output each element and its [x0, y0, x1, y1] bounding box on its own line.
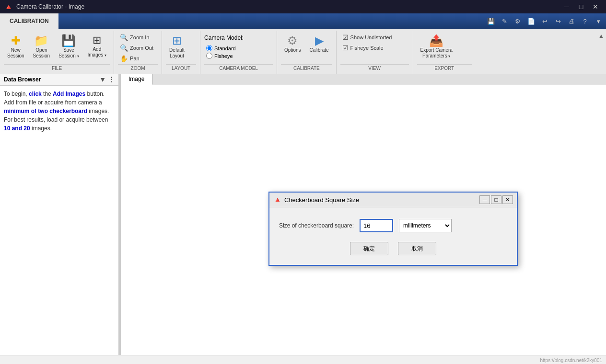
dialog-close-button[interactable]: ✕ — [502, 195, 513, 204]
dialog-titlebar: 🔺 Checkerboard Square Size ─ □ ✕ — [269, 193, 517, 207]
window-title: Camera Calibrator - Image — [16, 3, 84, 10]
ribbon-section-zoom: 🔍 Zoom In 🔍 Zoom Out ✋ Pan ZOOM — [114, 31, 162, 74]
new-icon: ✚ — [11, 35, 21, 46]
dialog-controls: ─ □ ✕ — [479, 195, 513, 204]
default-layout-button[interactable]: ⊞ DefaultLayout — [166, 33, 188, 61]
fisheye-scale-icon: ☑ — [342, 44, 349, 52]
tab-image[interactable]: Image — [121, 74, 152, 85]
export-items: 📤 Export CameraParameters ▾ — [417, 33, 472, 63]
pan-icon: ✋ — [120, 55, 128, 62]
more-icon[interactable]: ▾ — [593, 15, 604, 27]
matlab-icon: 🔺 — [4, 2, 13, 11]
pan-button[interactable]: ✋ Pan — [118, 54, 155, 63]
new-session-label: NewSession — [7, 47, 24, 59]
fisheye-scale-label: Fisheye Scale — [350, 45, 384, 51]
ribbon-section-calibrate: ⚙ Options ▶ Calibrate CALIBRATE — [277, 31, 337, 74]
show-undistorted-label: Show Undistorted — [350, 34, 392, 40]
help-icon[interactable]: ? — [579, 15, 591, 27]
calibrate-button[interactable]: ▶ Calibrate — [306, 33, 332, 56]
sidebar-header: Data Browser ▼ ⋮ — [0, 74, 118, 86]
add-images-label: AddImages ▾ — [88, 46, 107, 58]
doc-icon[interactable]: 📄 — [525, 15, 537, 27]
calibrate-items: ⚙ Options ▶ Calibrate — [281, 33, 332, 63]
show-undistorted-button[interactable]: ☑ Show Undistorted — [340, 33, 394, 42]
ribbon-collapse[interactable]: ▲ — [596, 31, 606, 74]
fisheye-scale-button[interactable]: ☑ Fisheye Scale — [340, 43, 394, 53]
layout-icon: ⊞ — [172, 35, 182, 46]
sidebar-content: To begin, click the Add Images button. A… — [0, 86, 118, 355]
ribbon-spacer — [58, 13, 483, 29]
dialog-title: Checkerboard Square Size — [284, 196, 359, 204]
tab-calibration[interactable]: CALIBRATION — [0, 13, 58, 29]
camera-model-header: Camera Model: — [204, 34, 273, 41]
redo-icon[interactable]: ↪ — [552, 15, 564, 27]
save-session-label: SaveSession ▾ — [58, 47, 79, 59]
ribbon-right-icons: 💾 ✎ ⚙ 📄 ↩ ↪ 🖨 ? ▾ — [483, 13, 606, 29]
default-layout-label: DefaultLayout — [169, 47, 185, 59]
ribbon-section-layout: ⊞ DefaultLayout LAYOUT — [162, 31, 200, 74]
zoom-in-button[interactable]: 🔍 Zoom In — [118, 33, 155, 42]
sidebar-menu-icon[interactable]: ⋮ — [108, 76, 115, 83]
camera-model-radios: Standard Fisheye — [206, 45, 273, 59]
sidebar: Data Browser ▼ ⋮ To begin, click the Add… — [0, 74, 119, 355]
close-button[interactable]: ✕ — [589, 2, 602, 11]
save-session-button[interactable]: 💾 SaveSession ▾ — [55, 33, 82, 61]
open-session-button[interactable]: 📁 OpenSession — [30, 33, 54, 61]
options-button[interactable]: ⚙ Options — [281, 33, 304, 56]
ribbon-section-view: ☑ Show Undistorted ☑ Fisheye Scale VIEW — [337, 31, 413, 74]
status-text: https://blog.csdn.net/k2ky001 — [540, 358, 602, 363]
title-bar: 🔺 Camera Calibrator - Image ─ □ ✕ — [0, 0, 606, 13]
export-params-button[interactable]: 📤 Export CameraParameters ▾ — [417, 33, 456, 61]
sidebar-header-icons: ▼ ⋮ — [99, 76, 115, 83]
zoom-out-button[interactable]: 🔍 Zoom Out — [118, 43, 155, 53]
calibrate-section-label: CALIBRATE — [281, 64, 332, 72]
dialog-form-label: Size of checkerboard square: — [279, 222, 354, 229]
standard-radio-label[interactable]: Standard — [206, 45, 273, 51]
dialog-minimize-button[interactable]: ─ — [479, 195, 490, 204]
dialog-titlebar-left: 🔺 Checkerboard Square Size — [273, 196, 359, 204]
view-section-label: VIEW — [340, 64, 409, 72]
print-icon[interactable]: 🖨 — [566, 15, 577, 27]
options-icon: ⚙ — [287, 35, 298, 46]
ribbon-section-export: 📤 Export CameraParameters ▾ EXPORT — [413, 31, 476, 74]
unit-select[interactable]: millimeters inches centimeters — [399, 219, 452, 232]
view-group: ☑ Show Undistorted ☑ Fisheye Scale — [340, 33, 394, 53]
fisheye-radio-label[interactable]: Fisheye — [206, 53, 273, 59]
dialog-buttons: 确定 取消 — [279, 242, 507, 255]
open-session-label: OpenSession — [33, 47, 50, 59]
confirm-button[interactable]: 确定 — [350, 242, 388, 255]
pan-label: Pan — [130, 56, 140, 61]
add-images-icon: ⊞ — [93, 35, 101, 46]
status-bar: https://blog.csdn.net/k2ky001 — [0, 355, 606, 364]
settings-icon[interactable]: ⚙ — [512, 15, 524, 27]
cancel-button[interactable]: 取消 — [398, 242, 436, 255]
standard-radio[interactable] — [206, 45, 212, 51]
checkerboard-dialog: 🔺 Checkerboard Square Size ─ □ ✕ Size of… — [268, 192, 518, 266]
ribbon-content: ✚ NewSession 📁 OpenSession 💾 SaveSession… — [0, 29, 606, 74]
fisheye-radio[interactable] — [206, 53, 212, 59]
export-icon: 📤 — [429, 35, 443, 46]
sidebar-down-icon[interactable]: ▼ — [99, 76, 106, 83]
ribbon-section-file: ✚ NewSession 📁 OpenSession 💾 SaveSession… — [0, 31, 114, 74]
camera-model-section-label: CAMERA MODEL — [204, 64, 273, 72]
calibrate-label: Calibrate — [310, 47, 329, 53]
minimize-button[interactable]: ─ — [560, 2, 573, 11]
undo-icon[interactable]: ↩ — [539, 15, 550, 27]
add-images-button[interactable]: ⊞ AddImages ▾ — [84, 33, 110, 60]
maximize-button[interactable]: □ — [574, 2, 588, 11]
zoom-pan-group: 🔍 Zoom In 🔍 Zoom Out ✋ Pan — [118, 33, 155, 63]
zoom-in-label: Zoom In — [130, 34, 149, 40]
zoom-items: 🔍 Zoom In 🔍 Zoom Out ✋ Pan — [118, 33, 158, 63]
dialog-maximize-button[interactable]: □ — [491, 195, 501, 204]
new-session-button[interactable]: ✚ NewSession — [4, 33, 28, 61]
save-icon[interactable]: 💾 — [485, 15, 497, 27]
edit-icon[interactable]: ✎ — [499, 15, 510, 27]
square-size-input[interactable] — [360, 219, 393, 232]
layout-items: ⊞ DefaultLayout — [166, 33, 196, 63]
view-items: ☑ Show Undistorted ☑ Fisheye Scale — [340, 33, 409, 63]
ribbon-section-camera-model: Camera Model: Standard Fisheye CAMERA MO… — [200, 31, 277, 74]
undistorted-icon: ☑ — [342, 34, 349, 41]
zoom-section-label: ZOOM — [118, 64, 158, 72]
title-bar-controls[interactable]: ─ □ ✕ — [560, 2, 602, 11]
zoom-out-icon: 🔍 — [120, 44, 128, 52]
